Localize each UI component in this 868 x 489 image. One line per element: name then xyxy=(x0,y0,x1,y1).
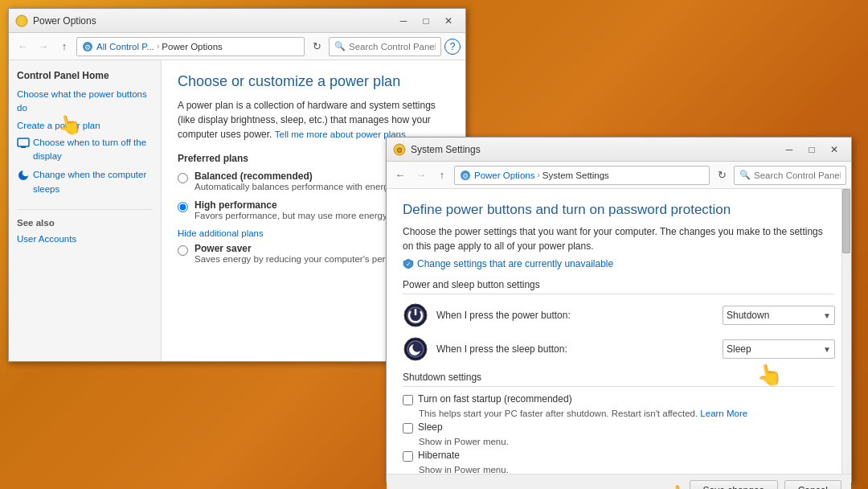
hibernate-sublabel: Show in Power menu. xyxy=(419,465,835,474)
power-options-window-controls: ─ □ ✕ xyxy=(393,13,459,29)
system-settings-minimize-button[interactable]: ─ xyxy=(779,142,800,158)
shield-settings-link[interactable]: ✓ Change settings that are currently una… xyxy=(403,258,835,269)
power-button-row: When I press the power button: Shutdown … xyxy=(403,302,835,328)
sidebar-link-user-accounts[interactable]: User Accounts xyxy=(17,232,153,246)
power-options-address-bar: ← → ↑ ⚙ All Control P... › Power Options… xyxy=(9,33,465,60)
cancel-button[interactable]: Cancel xyxy=(784,480,841,490)
sleep-checkbox[interactable] xyxy=(403,423,413,434)
learn-more-link[interactable]: Learn More xyxy=(700,409,747,418)
power-button-dropdown-arrow: ▼ xyxy=(823,311,831,320)
sleep-button-label: When I press the sleep button: xyxy=(436,343,714,355)
up-button[interactable]: ↑ xyxy=(55,38,73,55)
power-button-dropdown[interactable]: Shutdown ▼ xyxy=(723,306,835,325)
fast-startup-label: Turn on fast startup (recommended) xyxy=(418,393,572,405)
system-settings-maximize-button[interactable]: □ xyxy=(801,142,822,158)
sleep-button-dropdown-value: Sleep xyxy=(727,343,751,355)
ss-forward-button[interactable]: → xyxy=(412,166,430,184)
page-description: A power plan is a collection of hardware… xyxy=(178,98,449,142)
system-settings-close-button[interactable]: ✕ xyxy=(824,142,845,158)
power-options-title-text: Power Options xyxy=(33,15,393,27)
ss-breadcrumb-power[interactable]: Power Options xyxy=(474,171,534,180)
balanced-radio[interactable] xyxy=(178,173,188,183)
breadcrumb-bar[interactable]: ⚙ All Control P... › Power Options xyxy=(76,37,305,56)
power-options-close-button[interactable]: ✕ xyxy=(438,13,459,29)
ss-page-title: Define power buttons and turn on passwor… xyxy=(403,202,835,218)
fast-startup-checkbox[interactable] xyxy=(403,395,413,405)
ss-scrollbar-thumb[interactable] xyxy=(842,189,850,253)
sleep-sublabel: Show in Power menu. xyxy=(419,437,835,446)
ss-breadcrumb-settings: System Settings xyxy=(542,171,609,180)
search-input[interactable] xyxy=(349,42,436,51)
help-button[interactable]: ? xyxy=(444,39,461,55)
sidebar-item-sleep[interactable]: Change when the computer sleeps xyxy=(17,168,153,196)
svg-text:⚙: ⚙ xyxy=(396,146,403,154)
shutdown-section: Shutdown settings Turn on fast startup (… xyxy=(403,372,835,474)
search-icon: 🔍 xyxy=(334,41,346,51)
page-title: Choose or customize a power plan xyxy=(178,73,449,90)
sleep-button-dropdown[interactable]: Sleep ▼ xyxy=(723,339,835,359)
breadcrumb-all-control[interactable]: All Control P... xyxy=(96,42,154,51)
svg-text:⚙: ⚙ xyxy=(462,172,469,180)
see-also-title: See also xyxy=(17,218,153,228)
ss-scrollbar[interactable] xyxy=(841,189,851,474)
back-button[interactable]: ← xyxy=(14,38,31,55)
ss-refresh-button[interactable]: ↻ xyxy=(713,166,731,184)
power-button-icon xyxy=(403,302,428,328)
sidebar-link-create-plan[interactable]: Create a power plan xyxy=(17,119,153,133)
system-settings-main-content: Define power buttons and turn on passwor… xyxy=(387,189,851,474)
sidebar-see-also: See also User Accounts xyxy=(17,209,153,246)
display-icon xyxy=(17,137,30,150)
sidebar-link-power-buttons[interactable]: Choose what the power buttons do xyxy=(17,88,153,116)
ss-footer: Save changes Cancel xyxy=(387,474,851,489)
power-saver-plan-label: Power saver xyxy=(194,243,252,254)
high-performance-radio[interactable] xyxy=(178,202,188,212)
hibernate-checkbox[interactable] xyxy=(403,451,413,462)
power-saver-radio[interactable] xyxy=(178,245,188,256)
system-settings-title-text: System Settings xyxy=(411,144,779,155)
system-settings-window-icon: ⚙ xyxy=(393,143,406,156)
ss-search-box[interactable]: 🔍 xyxy=(734,166,846,185)
ss-back-button[interactable]: ← xyxy=(391,166,409,184)
svg-text:⚙: ⚙ xyxy=(84,43,91,51)
hibernate-checkbox-label: Hibernate xyxy=(418,450,460,461)
sidebar-item-display[interactable]: Choose when to turn off the display xyxy=(17,136,153,164)
sidebar-title: Control Panel Home xyxy=(17,70,153,81)
search-box[interactable]: 🔍 xyxy=(329,37,441,56)
sidebar-link-when-sleeps[interactable]: Change when the computer sleeps xyxy=(33,168,153,196)
power-options-title-bar: ⚡ Power Options ─ □ ✕ xyxy=(9,9,465,33)
system-settings-window-controls: ─ □ ✕ xyxy=(779,142,845,158)
sleep-button-icon xyxy=(403,336,428,362)
ss-up-button[interactable]: ↑ xyxy=(433,166,451,184)
balanced-plan-label: Balanced (recommended) xyxy=(194,171,313,182)
power-button-dropdown-value: Shutdown xyxy=(727,310,769,321)
power-sleep-section-title: Power and sleep button settings xyxy=(403,279,835,294)
fast-startup-row: Turn on fast startup (recommended) xyxy=(403,393,835,405)
sleep-checkbox-label: Sleep xyxy=(418,421,443,433)
forward-button[interactable]: → xyxy=(35,38,52,55)
ss-breadcrumb-bar[interactable]: ⚙ Power Options › System Settings xyxy=(454,166,710,185)
svg-rect-5 xyxy=(21,146,26,148)
power-button-label: When I press the power button: xyxy=(436,310,714,321)
sleep-button-dropdown-arrow: ▼ xyxy=(823,345,831,354)
shield-icon: ✓ xyxy=(403,258,414,269)
ss-content-wrapper: Define power buttons and turn on passwor… xyxy=(387,189,851,474)
power-options-maximize-button[interactable]: □ xyxy=(416,13,436,29)
svg-rect-4 xyxy=(18,138,29,146)
refresh-button[interactable]: ↻ xyxy=(308,38,326,55)
fast-startup-sublabel: This helps start your PC faster after sh… xyxy=(419,409,835,418)
breadcrumb-power-options: Power Options xyxy=(162,42,222,51)
system-settings-title-bar: ⚙ System Settings ─ □ ✕ xyxy=(387,138,851,162)
power-options-sidebar: Control Panel Home Choose what the power… xyxy=(9,60,162,361)
ss-description: Choose the power settings that you want … xyxy=(403,224,835,253)
ss-search-input[interactable] xyxy=(754,171,841,180)
sidebar-link-turn-off-display[interactable]: Choose when to turn off the display xyxy=(33,136,153,164)
power-options-minimize-button[interactable]: ─ xyxy=(393,13,414,29)
shutdown-section-title: Shutdown settings xyxy=(403,372,835,387)
high-performance-plan-label: High performance xyxy=(194,199,277,211)
svg-text:✓: ✓ xyxy=(406,261,411,268)
system-settings-address-bar: ← → ↑ ⚙ Power Options › System Settings … xyxy=(387,162,851,189)
power-options-window-icon: ⚡ xyxy=(15,14,28,27)
save-changes-button[interactable]: Save changes xyxy=(690,480,778,490)
sleep-checkbox-row: Sleep xyxy=(403,421,835,434)
hibernate-checkbox-row: Hibernate xyxy=(403,450,835,462)
